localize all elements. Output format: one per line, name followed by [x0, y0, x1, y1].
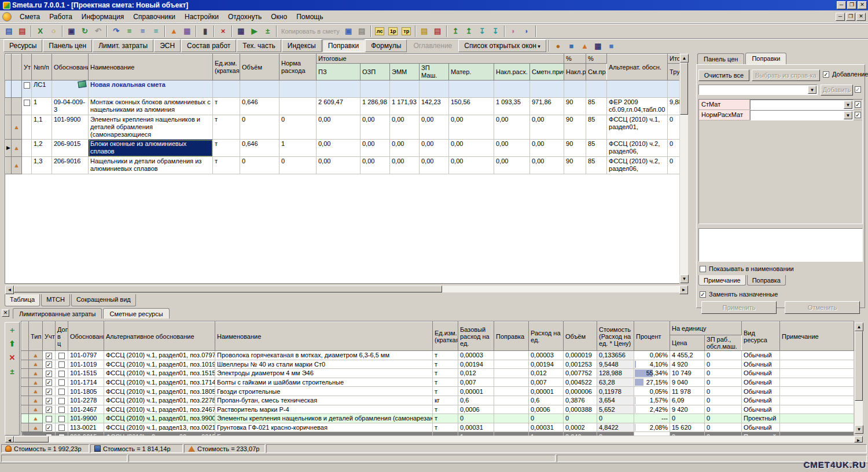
zp-cell[interactable]: 0 — [705, 423, 742, 432]
dop-cell[interactable] — [56, 378, 68, 387]
clear-all-button[interactable]: Очистить все — [698, 69, 749, 81]
tab-Индексы[interactable]: Индексы — [282, 39, 322, 52]
emm-cell[interactable]: 1 171,93 — [390, 98, 420, 115]
trud-cell[interactable]: 0 — [668, 157, 681, 174]
zp-cell[interactable]: 0 — [705, 414, 742, 423]
ucht-checkbox[interactable]: ✓ — [46, 389, 52, 395]
ucht-checkbox[interactable]: ✓ — [46, 353, 52, 359]
smpr-cell[interactable]: 971,86 — [530, 98, 564, 115]
unit-cell[interactable]: т — [433, 405, 458, 414]
close-icon[interactable]: ✕ — [858, 1, 867, 9]
alt-basis-cell[interactable]: ФССЦ (2010) ч.1, раздел01, поз.1515 — [104, 369, 215, 378]
eraser-blue-icon[interactable]: ◗ — [521, 25, 533, 37]
param-checkbox-НормРасхМат[interactable]: ✓ — [855, 112, 861, 118]
eraser-pink-icon[interactable]: ◗ — [507, 25, 520, 37]
name-cell[interactable]: Проволока горячекатаная в мотках, диамет… — [215, 351, 433, 360]
dop-cell[interactable] — [56, 387, 68, 396]
unit-cell[interactable]: т — [433, 423, 458, 432]
name-cell[interactable]: Швеллеры № 40 из стали марки Ст0 — [215, 360, 433, 369]
tab-price-panel[interactable]: Панель цен — [697, 53, 744, 65]
volume-cell[interactable]: 0 — [240, 157, 279, 174]
base-rate-cell[interactable]: 0,00031 — [458, 423, 494, 432]
note-cell[interactable] — [780, 387, 854, 396]
zp-cell[interactable]: 0 — [705, 360, 742, 369]
name-cell[interactable]: Элементы крепления нащельников и деталей… — [215, 414, 433, 423]
menu-Помощь[interactable]: Помощь — [292, 11, 328, 23]
menu-Информация[interactable]: Информация — [77, 11, 128, 23]
ucht-checkbox[interactable]: ✓ — [46, 379, 52, 386]
correction-cell[interactable] — [494, 387, 529, 396]
tab-Формулы[interactable]: Формулы — [365, 39, 407, 52]
apply-button[interactable]: Применить — [701, 301, 777, 314]
unit-cell[interactable]: т — [213, 115, 240, 140]
note-cell[interactable] — [780, 369, 854, 378]
param-checkbox-СтМат[interactable]: ✓ — [855, 101, 861, 108]
alt-cell[interactable]: ФССЦ (2010) ч.2, раздел06, — [607, 157, 668, 174]
ps-cell[interactable] — [586, 81, 607, 98]
param-combo-СтМат[interactable]: ▼ — [750, 100, 854, 110]
ucht-cell[interactable]: ✓ — [43, 369, 56, 378]
zpm-cell[interactable]: 0,00 — [420, 115, 449, 140]
level-bottom-icon[interactable]: ↧ — [490, 25, 502, 37]
calculator-icon[interactable]: ▦ — [235, 25, 247, 37]
pn-cell[interactable]: 90 — [564, 98, 586, 115]
ucht-checkbox[interactable]: ✓ — [46, 398, 52, 404]
percent-cell[interactable]: 0,06% — [634, 351, 670, 360]
tab-Поправки[interactable]: Поправки — [322, 39, 365, 52]
tab-Список открытых окон[interactable]: Список открытых окон — [458, 39, 546, 52]
show-in-name-checkbox[interactable] — [700, 266, 706, 272]
basis-cell[interactable]: 101-9900 — [52, 115, 89, 140]
name-cell[interactable]: Растворитель марки Р-4 — [215, 405, 433, 414]
dop-checkbox[interactable] — [58, 389, 65, 395]
ps-cell[interactable]: 85 — [586, 157, 607, 174]
auto-filter-icon[interactable]: ■ — [605, 40, 617, 52]
mater-cell[interactable]: 0,00 — [449, 140, 494, 157]
scroll-right-icon[interactable]: ► — [679, 286, 688, 294]
ozp-cell[interactable]: 0,00 — [361, 140, 390, 157]
tab-ЭСН[interactable]: ЭСН — [154, 39, 181, 52]
zp-cell[interactable]: 0 — [705, 396, 742, 405]
exchange-in-icon[interactable]: ▤ — [432, 25, 444, 37]
base-rate-cell[interactable]: 0,6 — [458, 396, 494, 405]
pz-cell[interactable]: 0,00 — [317, 157, 361, 174]
alt-cell[interactable]: ФССЦ (2010) ч.2, раздел06, — [607, 140, 668, 157]
correction-combo[interactable]: ▼ — [698, 85, 818, 95]
alt-basis-cell[interactable]: ФССЦ (2010) ч.1, раздел01, поз.0797 — [104, 351, 215, 360]
percent-cell[interactable]: 2,08% — [634, 423, 670, 432]
price-cell[interactable]: 4 920 — [670, 360, 705, 369]
dop-cell[interactable] — [56, 369, 68, 378]
base-rate-cell[interactable]: 0,00003 — [458, 351, 494, 360]
percent-cell[interactable]: 1,57% — [634, 396, 670, 405]
tab-mtsn[interactable]: МТСН — [41, 294, 70, 306]
delete-position-icon[interactable]: × — [217, 25, 229, 37]
tab-Тех. часть[interactable]: Тех. часть — [237, 39, 281, 52]
dop-cell[interactable] — [56, 414, 68, 423]
ut-cell[interactable] — [22, 157, 32, 174]
menu-Справочники[interactable]: Справочники — [128, 11, 180, 23]
note-cell[interactable] — [780, 423, 854, 432]
tab-limited-costs[interactable]: Лимитированные затраты — [13, 308, 102, 319]
price-lc-icon[interactable]: лс — [374, 25, 386, 37]
volume-cell[interactable]: 0,000019 — [564, 351, 597, 360]
building-icon[interactable]: ▦ — [181, 25, 193, 37]
volume-cell[interactable]: 0 — [564, 414, 597, 423]
price-cell[interactable]: 11 978 — [670, 387, 705, 396]
kind-cell[interactable]: Обычный — [742, 378, 780, 387]
unit-cell[interactable]: т — [213, 98, 240, 115]
correction-cell[interactable] — [494, 405, 529, 414]
name-cell[interactable]: Нащельники и детали обрамления из алюмин… — [89, 157, 213, 174]
cost-cell[interactable]: 0,133656 — [597, 351, 634, 360]
add-checkbox[interactable]: ✓ — [855, 86, 861, 93]
name-cell[interactable]: Электроды диаметром 4 мм Э46 — [215, 369, 433, 378]
kind-cell[interactable]: Обычный — [742, 396, 780, 405]
emm-cell[interactable] — [390, 81, 420, 98]
smpr-cell[interactable]: 0,00 — [530, 140, 564, 157]
rate-cell[interactable]: 0,00031 — [529, 423, 564, 432]
resources-hscrollbar[interactable]: ◄ ► — [5, 436, 863, 443]
zp-cell[interactable]: 0 — [705, 378, 742, 387]
volume-cell[interactable]: 0,007752 — [564, 369, 597, 378]
correction-cell[interactable] — [494, 378, 529, 387]
alt-basis-cell[interactable]: ФССЦ (2010) ч.1, раздел01, поз.1805 — [104, 387, 215, 396]
estimate-tree-delete-icon[interactable]: ▤ — [16, 25, 28, 37]
scroll-down-icon[interactable]: ▼ — [680, 275, 689, 283]
